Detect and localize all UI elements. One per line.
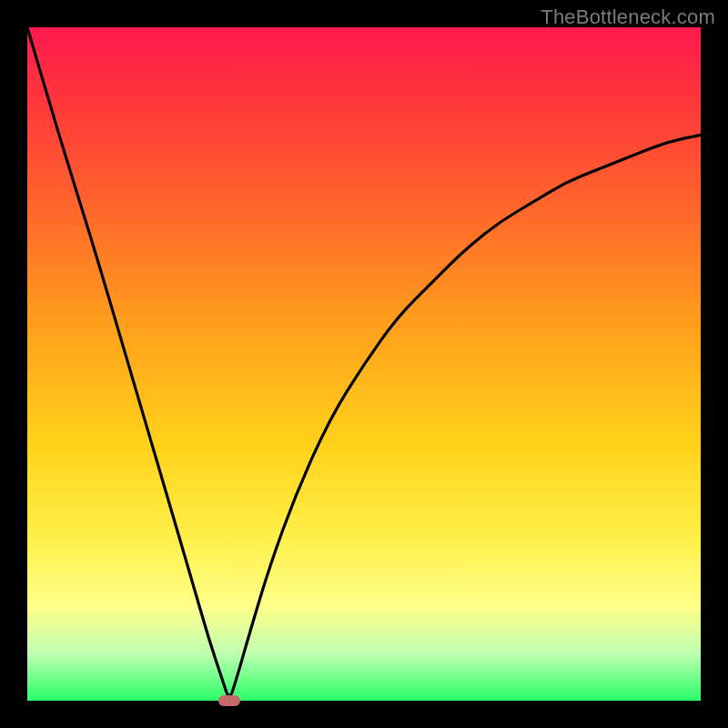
- curve-svg: [27, 27, 701, 701]
- chart-frame: TheBottleneck.com: [0, 0, 728, 728]
- curve-path: [27, 27, 701, 695]
- watermark-text: TheBottleneck.com: [541, 5, 715, 29]
- min-marker: [218, 695, 240, 706]
- plot-area: [27, 27, 701, 701]
